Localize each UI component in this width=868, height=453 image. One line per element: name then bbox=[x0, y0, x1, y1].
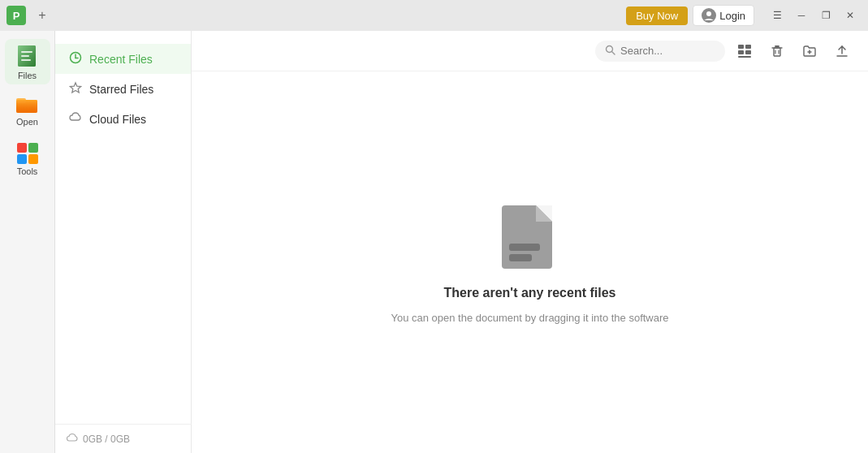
svg-rect-19 bbox=[738, 50, 744, 54]
svg-rect-5 bbox=[21, 51, 32, 53]
empty-state-subtitle: You can open the document by dragging it… bbox=[391, 312, 668, 324]
svg-line-16 bbox=[612, 51, 615, 54]
nav-item-starred[interactable]: Starred Files bbox=[55, 74, 191, 104]
storage-label: 0GB / 0GB bbox=[83, 434, 130, 445]
window-controls: ☰ ─ ❐ ✕ bbox=[766, 6, 862, 24]
menu-button[interactable]: ☰ bbox=[766, 6, 788, 24]
rail-open-label: Open bbox=[16, 117, 38, 127]
svg-rect-21 bbox=[738, 56, 751, 58]
minimize-button[interactable]: ─ bbox=[790, 6, 813, 24]
files-icon bbox=[16, 44, 39, 68]
nav-item-recent[interactable]: Recent Files bbox=[55, 44, 191, 74]
svg-rect-35 bbox=[509, 254, 532, 261]
nav-sidebar: Recent Files Starred Files C bbox=[55, 31, 192, 453]
search-icon bbox=[605, 45, 615, 58]
recent-files-icon bbox=[68, 51, 83, 67]
new-tab-button[interactable]: + bbox=[32, 6, 52, 25]
svg-rect-22 bbox=[774, 48, 780, 56]
storage-cloud-icon bbox=[67, 433, 78, 445]
rail-item-tools[interactable]: Tools bbox=[5, 136, 50, 182]
titlebar: P + Buy Now Login ☰ ─ ❐ ✕ bbox=[0, 0, 868, 31]
icon-rail: Files Open bbox=[0, 31, 55, 453]
open-icon bbox=[16, 95, 39, 114]
main-content: There aren't any recent files You can op… bbox=[192, 31, 868, 453]
trash-icon bbox=[770, 44, 784, 58]
svg-text:P: P bbox=[13, 10, 20, 22]
svg-rect-17 bbox=[738, 45, 744, 49]
new-folder-button[interactable] bbox=[797, 38, 823, 64]
nav-recent-label: Recent Files bbox=[89, 53, 153, 66]
cloud-files-icon bbox=[68, 111, 83, 127]
login-button[interactable]: Login bbox=[693, 5, 754, 26]
nav-starred-label: Starred Files bbox=[89, 83, 153, 96]
folder-plus-icon bbox=[802, 44, 817, 58]
svg-rect-18 bbox=[745, 45, 751, 49]
close-button[interactable]: ✕ bbox=[839, 6, 862, 24]
view-grid-icon bbox=[737, 44, 752, 58]
titlebar-left: P + bbox=[6, 6, 52, 25]
buy-now-button[interactable]: Buy Now bbox=[626, 6, 688, 25]
delete-button[interactable] bbox=[764, 38, 790, 64]
upload-icon bbox=[835, 44, 849, 58]
restore-button[interactable]: ❐ bbox=[814, 6, 837, 24]
empty-state: There aren't any recent files You can op… bbox=[192, 71, 868, 453]
svg-rect-6 bbox=[21, 55, 29, 57]
svg-marker-14 bbox=[71, 83, 81, 93]
main-toolbar bbox=[192, 31, 868, 71]
empty-state-title: There aren't any recent files bbox=[444, 286, 616, 300]
view-toggle-button[interactable] bbox=[732, 38, 758, 64]
search-box[interactable] bbox=[595, 41, 725, 62]
tools-icon bbox=[17, 143, 38, 164]
starred-files-icon bbox=[68, 81, 83, 97]
svg-rect-7 bbox=[21, 59, 31, 61]
empty-doc-illustration bbox=[498, 201, 563, 274]
titlebar-right: Buy Now Login ☰ ─ ❐ ✕ bbox=[626, 5, 862, 26]
svg-point-2 bbox=[706, 11, 711, 16]
nav-item-cloud[interactable]: Cloud Files bbox=[55, 104, 191, 134]
app-content: Files Open bbox=[0, 31, 868, 453]
svg-rect-34 bbox=[509, 244, 540, 251]
svg-rect-20 bbox=[745, 50, 751, 54]
login-label: Login bbox=[719, 10, 745, 22]
login-avatar bbox=[702, 8, 716, 23]
rail-tools-label: Tools bbox=[17, 166, 38, 176]
nav-cloud-label: Cloud Files bbox=[89, 113, 146, 126]
svg-rect-10 bbox=[16, 100, 37, 113]
rail-files-label: Files bbox=[18, 71, 37, 80]
rail-item-open[interactable]: Open bbox=[5, 88, 50, 133]
upload-button[interactable] bbox=[829, 38, 855, 64]
app-logo: P bbox=[6, 6, 26, 25]
rail-item-files[interactable]: Files bbox=[5, 39, 50, 84]
search-input[interactable] bbox=[620, 45, 715, 57]
